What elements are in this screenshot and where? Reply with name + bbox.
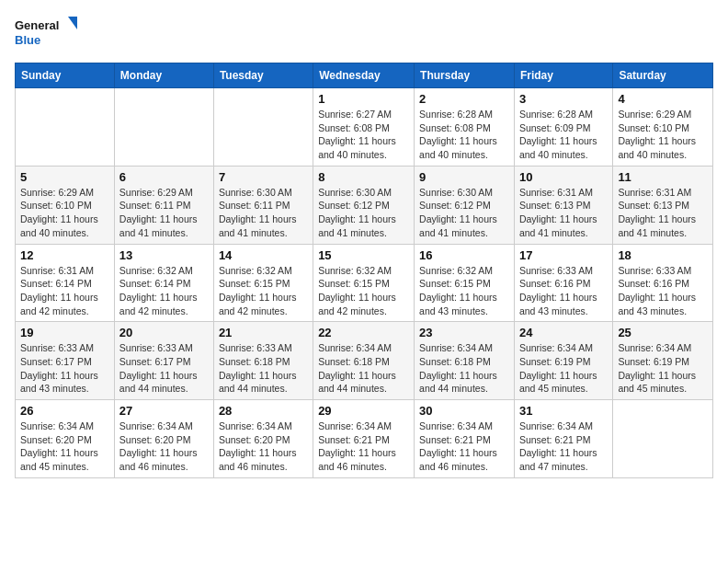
day-info: Sunrise: 6:33 AM Sunset: 6:17 PM Dayligh… — [119, 341, 209, 396]
day-info: Sunrise: 6:30 AM Sunset: 6:12 PM Dayligh… — [419, 186, 509, 240]
day-number: 1 — [318, 92, 409, 106]
calendar-cell: 10Sunrise: 6:31 AM Sunset: 6:13 PM Dayli… — [514, 166, 612, 244]
day-info: Sunrise: 6:34 AM Sunset: 6:19 PM Dayligh… — [519, 341, 608, 396]
day-info: Sunrise: 6:33 AM Sunset: 6:16 PM Dayligh… — [519, 264, 608, 318]
day-info: Sunrise: 6:34 AM Sunset: 6:20 PM Dayligh… — [119, 419, 209, 474]
day-number: 8 — [318, 170, 409, 184]
day-number: 16 — [419, 248, 509, 262]
svg-text:General: General — [15, 18, 59, 32]
weekday-header-wednesday: Wednesday — [313, 63, 415, 88]
day-info: Sunrise: 6:29 AM Sunset: 6:11 PM Dayligh… — [119, 186, 209, 240]
day-number: 29 — [318, 404, 409, 418]
day-number: 31 — [519, 404, 608, 418]
calendar-cell: 20Sunrise: 6:33 AM Sunset: 6:17 PM Dayli… — [114, 322, 213, 400]
calendar-cell: 9Sunrise: 6:30 AM Sunset: 6:12 PM Daylig… — [415, 166, 515, 244]
day-number: 12 — [20, 248, 109, 262]
day-info: Sunrise: 6:32 AM Sunset: 6:14 PM Dayligh… — [119, 264, 209, 318]
calendar-cell: 12Sunrise: 6:31 AM Sunset: 6:14 PM Dayli… — [16, 244, 115, 322]
calendar-cell: 23Sunrise: 6:34 AM Sunset: 6:18 PM Dayli… — [415, 322, 515, 400]
calendar-cell: 13Sunrise: 6:32 AM Sunset: 6:14 PM Dayli… — [114, 244, 213, 322]
day-info: Sunrise: 6:32 AM Sunset: 6:15 PM Dayligh… — [419, 264, 509, 318]
day-number: 3 — [519, 92, 608, 106]
calendar-cell: 18Sunrise: 6:33 AM Sunset: 6:16 PM Dayli… — [613, 244, 713, 322]
day-info: Sunrise: 6:33 AM Sunset: 6:18 PM Dayligh… — [219, 341, 308, 396]
day-number: 20 — [119, 326, 209, 339]
page-header: General Blue — [15, 15, 713, 55]
day-number: 26 — [20, 404, 109, 418]
day-info: Sunrise: 6:34 AM Sunset: 6:20 PM Dayligh… — [219, 419, 308, 474]
calendar-table: SundayMondayTuesdayWednesdayThursdayFrid… — [15, 63, 713, 478]
day-number: 17 — [519, 248, 608, 262]
weekday-header-monday: Monday — [114, 63, 213, 88]
calendar-cell: 31Sunrise: 6:34 AM Sunset: 6:21 PM Dayli… — [514, 400, 612, 478]
calendar-cell: 26Sunrise: 6:34 AM Sunset: 6:20 PM Dayli… — [16, 400, 115, 478]
day-number: 23 — [419, 326, 509, 339]
calendar-cell: 14Sunrise: 6:32 AM Sunset: 6:15 PM Dayli… — [213, 244, 313, 322]
svg-text:Blue: Blue — [15, 33, 40, 47]
day-info: Sunrise: 6:29 AM Sunset: 6:10 PM Dayligh… — [618, 108, 708, 162]
day-number: 6 — [119, 170, 209, 184]
day-info: Sunrise: 6:34 AM Sunset: 6:18 PM Dayligh… — [419, 341, 509, 396]
day-number: 7 — [219, 170, 308, 184]
day-number: 5 — [20, 170, 109, 184]
calendar-cell: 24Sunrise: 6:34 AM Sunset: 6:19 PM Dayli… — [514, 322, 612, 400]
logo: General Blue — [15, 15, 79, 55]
day-info: Sunrise: 6:27 AM Sunset: 6:08 PM Dayligh… — [318, 108, 409, 162]
calendar-cell: 6Sunrise: 6:29 AM Sunset: 6:11 PM Daylig… — [114, 166, 213, 244]
calendar-cell: 11Sunrise: 6:31 AM Sunset: 6:13 PM Dayli… — [613, 166, 713, 244]
weekday-header-row: SundayMondayTuesdayWednesdayThursdayFrid… — [16, 63, 713, 88]
weekday-header-sunday: Sunday — [16, 63, 115, 88]
calendar-cell: 8Sunrise: 6:30 AM Sunset: 6:12 PM Daylig… — [313, 166, 415, 244]
weekday-header-thursday: Thursday — [415, 63, 515, 88]
day-number: 18 — [618, 248, 708, 262]
calendar-cell — [613, 400, 713, 478]
day-info: Sunrise: 6:31 AM Sunset: 6:14 PM Dayligh… — [20, 264, 109, 318]
week-row-2: 5Sunrise: 6:29 AM Sunset: 6:10 PM Daylig… — [16, 166, 713, 244]
day-info: Sunrise: 6:29 AM Sunset: 6:10 PM Dayligh… — [20, 186, 109, 240]
calendar-cell: 5Sunrise: 6:29 AM Sunset: 6:10 PM Daylig… — [16, 166, 115, 244]
day-info: Sunrise: 6:30 AM Sunset: 6:11 PM Dayligh… — [219, 186, 308, 240]
calendar-cell: 21Sunrise: 6:33 AM Sunset: 6:18 PM Dayli… — [213, 322, 313, 400]
calendar-cell: 27Sunrise: 6:34 AM Sunset: 6:20 PM Dayli… — [114, 400, 213, 478]
day-number: 22 — [318, 326, 409, 339]
week-row-3: 12Sunrise: 6:31 AM Sunset: 6:14 PM Dayli… — [16, 244, 713, 322]
day-info: Sunrise: 6:32 AM Sunset: 6:15 PM Dayligh… — [318, 264, 409, 318]
weekday-header-saturday: Saturday — [613, 63, 713, 88]
calendar-cell: 1Sunrise: 6:27 AM Sunset: 6:08 PM Daylig… — [313, 88, 415, 167]
calendar-cell: 22Sunrise: 6:34 AM Sunset: 6:18 PM Dayli… — [313, 322, 415, 400]
day-info: Sunrise: 6:30 AM Sunset: 6:12 PM Dayligh… — [318, 186, 409, 240]
calendar-cell: 29Sunrise: 6:34 AM Sunset: 6:21 PM Dayli… — [313, 400, 415, 478]
week-row-4: 19Sunrise: 6:33 AM Sunset: 6:17 PM Dayli… — [16, 322, 713, 400]
calendar-cell: 2Sunrise: 6:28 AM Sunset: 6:08 PM Daylig… — [415, 88, 515, 167]
calendar-cell: 15Sunrise: 6:32 AM Sunset: 6:15 PM Dayli… — [313, 244, 415, 322]
calendar-cell: 4Sunrise: 6:29 AM Sunset: 6:10 PM Daylig… — [613, 88, 713, 167]
day-info: Sunrise: 6:34 AM Sunset: 6:20 PM Dayligh… — [20, 419, 109, 474]
day-number: 2 — [419, 92, 509, 106]
day-info: Sunrise: 6:31 AM Sunset: 6:13 PM Dayligh… — [618, 186, 708, 240]
svg-marker-1 — [68, 17, 77, 29]
day-number: 10 — [519, 170, 608, 184]
day-info: Sunrise: 6:28 AM Sunset: 6:08 PM Dayligh… — [419, 108, 509, 162]
day-number: 21 — [219, 326, 308, 339]
weekday-header-friday: Friday — [514, 63, 612, 88]
day-number: 24 — [519, 326, 608, 339]
day-info: Sunrise: 6:31 AM Sunset: 6:13 PM Dayligh… — [519, 186, 608, 240]
logo-svg: General Blue — [15, 15, 79, 55]
day-number: 11 — [618, 170, 708, 184]
calendar-cell: 16Sunrise: 6:32 AM Sunset: 6:15 PM Dayli… — [415, 244, 515, 322]
day-info: Sunrise: 6:33 AM Sunset: 6:17 PM Dayligh… — [20, 341, 109, 396]
day-info: Sunrise: 6:34 AM Sunset: 6:21 PM Dayligh… — [318, 419, 409, 474]
calendar-cell — [16, 88, 115, 167]
calendar-cell: 17Sunrise: 6:33 AM Sunset: 6:16 PM Dayli… — [514, 244, 612, 322]
day-info: Sunrise: 6:28 AM Sunset: 6:09 PM Dayligh… — [519, 108, 608, 162]
week-row-5: 26Sunrise: 6:34 AM Sunset: 6:20 PM Dayli… — [16, 400, 713, 478]
day-info: Sunrise: 6:34 AM Sunset: 6:21 PM Dayligh… — [419, 419, 509, 474]
day-number: 28 — [219, 404, 308, 418]
calendar-cell: 7Sunrise: 6:30 AM Sunset: 6:11 PM Daylig… — [213, 166, 313, 244]
day-info: Sunrise: 6:34 AM Sunset: 6:18 PM Dayligh… — [318, 341, 409, 396]
calendar-cell: 28Sunrise: 6:34 AM Sunset: 6:20 PM Dayli… — [213, 400, 313, 478]
day-number: 14 — [219, 248, 308, 262]
day-info: Sunrise: 6:33 AM Sunset: 6:16 PM Dayligh… — [618, 264, 708, 318]
day-info: Sunrise: 6:34 AM Sunset: 6:21 PM Dayligh… — [519, 419, 608, 474]
day-number: 15 — [318, 248, 409, 262]
